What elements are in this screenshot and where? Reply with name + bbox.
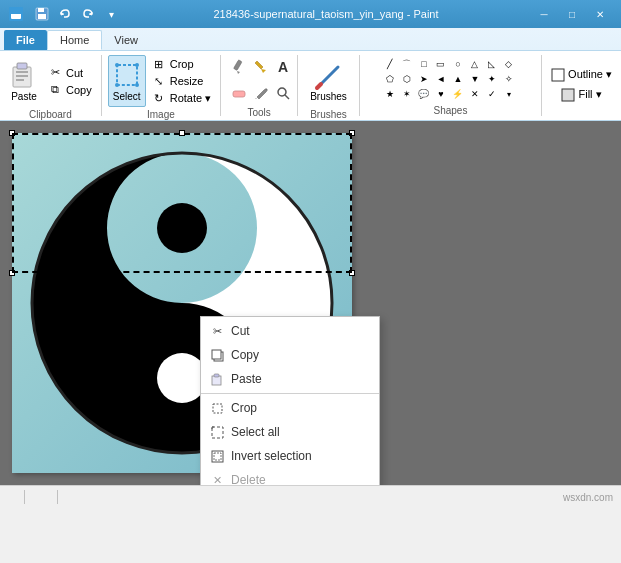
ribbon-group-tools: A — [221, 55, 298, 116]
crop-button[interactable]: ⊞ Crop — [148, 56, 214, 72]
tools-label: Tools — [247, 105, 270, 118]
text-tool[interactable]: A — [271, 55, 295, 79]
shape-triangle[interactable]: △ — [468, 57, 482, 71]
shapes-label: Shapes — [434, 103, 468, 116]
shape-pentagon[interactable]: ⬠ — [383, 72, 397, 86]
app-icon — [8, 6, 24, 22]
svg-rect-36 — [214, 453, 221, 460]
qat-dropdown[interactable]: ▾ — [101, 5, 121, 23]
resize-label: Resize — [170, 75, 204, 87]
handle-ml[interactable] — [9, 270, 15, 276]
fill-label: Fill ▾ — [578, 88, 601, 101]
tab-view[interactable]: View — [102, 30, 150, 50]
shape-check[interactable]: ✓ — [485, 87, 499, 101]
handle-tr[interactable] — [349, 130, 355, 136]
shape-line[interactable]: ╱ — [383, 57, 397, 71]
ctx-cut-icon: ✂ — [209, 323, 225, 339]
cut-button[interactable]: ✂ Cut — [44, 65, 95, 81]
cut-icon: ✂ — [47, 65, 63, 81]
svg-rect-8 — [16, 71, 28, 73]
picker-tool[interactable] — [249, 81, 273, 105]
shape-star4[interactable]: ✧ — [502, 72, 516, 86]
ctx-sep1 — [201, 393, 379, 394]
pencil-tool[interactable] — [227, 55, 251, 79]
brushes-button[interactable]: Brushes — [304, 55, 353, 107]
shape-left-arrow[interactable]: ◄ — [434, 72, 448, 86]
paste-icon — [10, 61, 38, 89]
svg-rect-31 — [213, 404, 222, 413]
shapes-content: ╱ ⌒ □ ▭ ○ △ ◺ ◇ ⬠ ⬡ ➤ ◄ ▲ ▼ ✦ ✧ — [383, 55, 518, 103]
shape-star5[interactable]: ★ — [383, 87, 397, 101]
shape-down-arrow[interactable]: ▼ — [468, 72, 482, 86]
svg-rect-2 — [11, 9, 21, 14]
shape-lightning[interactable]: ⚡ — [451, 87, 465, 101]
svg-rect-30 — [214, 374, 219, 377]
crop-icon: ⊞ — [151, 56, 167, 72]
ctx-paste-icon — [209, 371, 225, 387]
svg-rect-21 — [562, 89, 574, 101]
fill-button[interactable]: Fill ▾ — [558, 87, 604, 103]
svg-point-14 — [115, 83, 119, 87]
copy-button[interactable]: ⧉ Copy — [44, 82, 95, 98]
svg-rect-17 — [233, 91, 245, 97]
select-label: Select — [113, 91, 141, 102]
paste-button[interactable]: Paste — [6, 55, 42, 107]
ctx-copy-icon — [209, 347, 225, 363]
brushes-content: Brushes — [304, 55, 353, 107]
shape-rect[interactable]: □ — [417, 57, 431, 71]
magnify-tool[interactable] — [271, 81, 295, 105]
outline-button[interactable]: Outline ▾ — [548, 67, 615, 83]
ctx-crop[interactable]: Crop — [201, 396, 379, 420]
crop-label: Crop — [170, 58, 194, 70]
shape-callout[interactable]: 💬 — [417, 87, 431, 101]
shape-up-arrow[interactable]: ▲ — [451, 72, 465, 86]
handle-mr[interactable] — [349, 270, 355, 276]
eraser-tool[interactable] — [227, 81, 251, 105]
copy-icon: ⧉ — [47, 82, 63, 98]
maximize-button[interactable]: □ — [559, 4, 585, 24]
fill-tool[interactable] — [249, 55, 273, 79]
shape-ellipse[interactable]: ○ — [451, 57, 465, 71]
svg-point-18 — [278, 88, 286, 96]
ctx-paste[interactable]: Paste — [201, 367, 379, 391]
shape-rounded-rect[interactable]: ▭ — [434, 57, 448, 71]
ctx-select-all[interactable]: Select all — [201, 420, 379, 444]
shape-4way-arrow[interactable]: ✦ — [485, 72, 499, 86]
close-button[interactable]: ✕ — [587, 4, 613, 24]
title-bar-icons — [8, 6, 24, 22]
crop-resize-rotate: ⊞ Crop ⤡ Resize ↻ Rotate ▾ — [148, 56, 214, 106]
shape-star6[interactable]: ✶ — [400, 87, 414, 101]
svg-point-12 — [115, 63, 119, 67]
shape-x[interactable]: ✕ — [468, 87, 482, 101]
shape-curve[interactable]: ⌒ — [400, 57, 414, 71]
ribbon-group-clipboard: Paste ✂ Cut ⧉ Copy Clipboard — [0, 55, 102, 116]
ribbon-group-shapes: ╱ ⌒ □ ▭ ○ △ ◺ ◇ ⬠ ⬡ ➤ ◄ ▲ ▼ ✦ ✧ — [360, 55, 542, 116]
select-button[interactable]: Select — [108, 55, 146, 107]
rotate-icon: ↻ — [151, 90, 167, 106]
shape-more[interactable]: ▾ — [502, 87, 516, 101]
shape-heart[interactable]: ♥ — [434, 87, 448, 101]
ctx-cut[interactable]: ✂ Cut — [201, 319, 379, 343]
tab-file[interactable]: File — [4, 30, 47, 50]
rotate-button[interactable]: ↻ Rotate ▾ — [148, 90, 214, 106]
minimize-button[interactable]: ─ — [531, 4, 557, 24]
resize-button[interactable]: ⤡ Resize — [148, 73, 214, 89]
tools-content: A — [227, 55, 291, 105]
handle-tl[interactable] — [9, 130, 15, 136]
shape-diamond[interactable]: ◇ — [502, 57, 516, 71]
ctx-copy[interactable]: Copy — [201, 343, 379, 367]
handle-tm[interactable] — [179, 130, 185, 136]
shape-right-arrow[interactable]: ➤ — [417, 72, 431, 86]
qat-save[interactable] — [32, 5, 52, 23]
svg-point-25 — [157, 203, 207, 253]
shape-right-triangle[interactable]: ◺ — [485, 57, 499, 71]
ctx-invert-selection[interactable]: Invert selection — [201, 444, 379, 468]
tab-home[interactable]: Home — [47, 30, 102, 50]
qat-undo[interactable] — [55, 5, 75, 23]
svg-rect-4 — [38, 8, 44, 12]
svg-point-13 — [135, 63, 139, 67]
svg-point-15 — [135, 83, 139, 87]
qat-redo[interactable] — [78, 5, 98, 23]
ribbon: File Home View Paste — [0, 28, 621, 121]
shape-hexagon[interactable]: ⬡ — [400, 72, 414, 86]
